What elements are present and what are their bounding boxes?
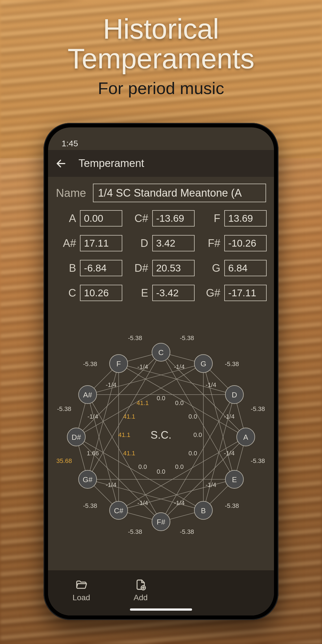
note-label: G# <box>205 287 220 299</box>
note-label: D <box>133 237 148 249</box>
app-bar: Temperament <box>48 150 274 177</box>
svg-text:-5.38: -5.38 <box>83 360 97 367</box>
svg-text:41.1: 41.1 <box>137 399 149 406</box>
svg-text:-5.38: -5.38 <box>251 457 265 464</box>
note-value-field[interactable]: -3.42 <box>152 285 195 301</box>
svg-text:-1/4: -1/4 <box>106 481 116 488</box>
note-cell: F13.69 <box>200 210 267 227</box>
note-label: B <box>61 262 76 274</box>
svg-text:-1/4: -1/4 <box>137 499 148 506</box>
svg-text:-1/4: -1/4 <box>88 413 98 420</box>
note-label: C <box>61 287 76 299</box>
svg-text:-5.38: -5.38 <box>128 528 142 535</box>
svg-line-13 <box>161 352 234 479</box>
status-time: 1:45 <box>62 139 78 148</box>
svg-text:-1/4: -1/4 <box>137 363 148 370</box>
svg-text:S.C.: S.C. <box>151 429 171 441</box>
svg-text:0.0: 0.0 <box>175 463 184 470</box>
note-label: C# <box>133 212 148 225</box>
svg-text:-5.38: -5.38 <box>180 528 194 535</box>
note-cell: A#17.11 <box>55 235 122 251</box>
note-value-field[interactable]: 6.84 <box>224 260 267 276</box>
add-label: Add <box>134 593 148 602</box>
svg-text:41.1: 41.1 <box>123 450 135 457</box>
home-indicator[interactable] <box>130 608 192 611</box>
svg-text:-1/4: -1/4 <box>174 499 185 506</box>
svg-text:-1/4: -1/4 <box>106 381 116 388</box>
svg-text:-1/4: -1/4 <box>174 363 185 370</box>
note-value-field[interactable]: 3.42 <box>152 235 195 251</box>
svg-text:C: C <box>158 348 164 357</box>
svg-text:E: E <box>232 475 237 484</box>
note-value-field[interactable]: -13.69 <box>152 210 195 227</box>
svg-text:-5.38: -5.38 <box>57 405 71 412</box>
svg-text:D#: D# <box>71 433 81 441</box>
svg-text:0.0: 0.0 <box>188 413 197 420</box>
note-label: A <box>61 212 76 225</box>
note-value-field[interactable]: 17.11 <box>80 235 122 251</box>
svg-text:C#: C# <box>114 506 123 515</box>
file-add-icon <box>134 578 147 591</box>
note-cell: D3.42 <box>127 235 194 251</box>
svg-text:-5.38: -5.38 <box>180 334 194 341</box>
note-value-field[interactable]: -17.11 <box>224 285 267 301</box>
svg-text:D: D <box>232 391 237 399</box>
svg-text:41.1: 41.1 <box>123 413 135 420</box>
note-label: F# <box>205 237 220 249</box>
note-value-field[interactable]: 20.53 <box>152 260 195 276</box>
note-value-field[interactable]: 0.00 <box>80 210 122 227</box>
svg-text:-1/4: -1/4 <box>224 449 235 456</box>
load-label: Load <box>73 593 90 602</box>
svg-text:B: B <box>201 506 206 515</box>
note-cell: F#-10.26 <box>200 235 267 251</box>
note-cell: C10.26 <box>55 285 122 301</box>
svg-text:F#: F# <box>157 518 166 526</box>
note-cell: B-6.84 <box>55 260 122 276</box>
svg-text:0.0: 0.0 <box>188 450 197 457</box>
note-label: F <box>205 212 220 225</box>
svg-text:G: G <box>201 360 206 368</box>
note-label: E <box>133 287 148 299</box>
phone-frame: 1:45 Temperament Name 1/4 SC Standard Me… <box>43 123 279 620</box>
svg-text:0.0: 0.0 <box>157 468 166 475</box>
svg-text:G#: G# <box>83 475 93 484</box>
load-button[interactable]: Load <box>53 578 110 602</box>
note-cell: G#-17.11 <box>200 285 267 301</box>
note-value-field[interactable]: 13.69 <box>224 210 267 227</box>
svg-text:-1/4: -1/4 <box>206 481 216 488</box>
svg-text:35.68: 35.68 <box>56 457 72 464</box>
note-label: G <box>205 262 220 274</box>
svg-text:41.1: 41.1 <box>118 431 130 438</box>
status-bar: 1:45 <box>48 127 274 150</box>
note-offset-grid: A0.00C#-13.69F13.69A#17.11D3.42F#-10.26B… <box>54 210 268 301</box>
svg-line-33 <box>88 364 119 479</box>
note-cell: E-3.42 <box>127 285 194 301</box>
svg-line-26 <box>203 364 234 479</box>
note-label: A# <box>61 237 76 249</box>
name-label: Name <box>56 187 86 199</box>
name-field[interactable]: 1/4 SC Standard Meantone (A <box>93 184 266 202</box>
svg-text:0.0: 0.0 <box>138 463 147 470</box>
add-button[interactable]: Add <box>112 578 169 602</box>
promo-subtitle: For period music <box>0 79 322 98</box>
svg-text:0.0: 0.0 <box>157 395 166 402</box>
svg-line-15 <box>161 395 234 522</box>
svg-text:0.0: 0.0 <box>193 431 202 438</box>
svg-text:-5.38: -5.38 <box>83 502 97 509</box>
back-arrow-icon[interactable] <box>55 158 67 169</box>
note-value-field[interactable]: 10.26 <box>80 285 122 301</box>
note-value-field[interactable]: -10.26 <box>224 235 267 251</box>
svg-text:A: A <box>243 433 248 441</box>
svg-text:-5.38: -5.38 <box>225 360 239 367</box>
note-cell: C#-13.69 <box>127 210 194 227</box>
svg-text:-5.38: -5.38 <box>251 405 265 412</box>
note-value-field[interactable]: -6.84 <box>80 260 122 276</box>
circle-of-fifths: CGDAEBF#C#G#D#A#F-5.38-5.38-5.38-5.38-5.… <box>54 307 268 567</box>
svg-text:1.66: 1.66 <box>87 449 99 456</box>
note-cell: G6.84 <box>200 260 267 276</box>
svg-text:A#: A# <box>83 391 92 399</box>
svg-text:-1/4: -1/4 <box>224 413 235 420</box>
page-title: Temperament <box>79 157 144 169</box>
folder-open-icon <box>75 578 88 591</box>
svg-text:-5.38: -5.38 <box>128 334 142 341</box>
